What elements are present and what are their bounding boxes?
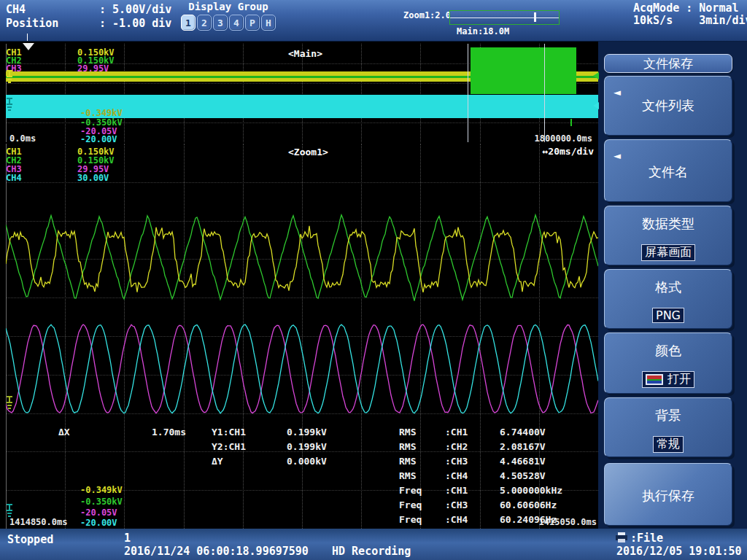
zoom-record-length-label: Zoom1:2.0k [403, 10, 456, 20]
meas-ch: :CH1 [445, 427, 468, 438]
trigger-position-line [27, 34, 28, 41]
ground-marker-ch1-icon [6, 69, 15, 85]
display-group-button-1[interactable]: 1 [181, 15, 196, 31]
channel-name: CH4 [6, 3, 99, 17]
display-group-button-p[interactable]: P [245, 15, 260, 31]
status-bar: Stopped 1 2016/11/24 06:00:18.99697590 H… [0, 529, 747, 560]
data-type-value: 屏幕画面 [641, 244, 695, 261]
file-name-button[interactable]: ◄ 文件名 [604, 139, 732, 202]
record-timestamp: 2016/11/24 06:00:18.99697590 [124, 545, 309, 558]
y1-value: 0.199kV [287, 427, 327, 438]
meas-ch: :CH1 [445, 485, 468, 496]
display-group-buttons: 1 2 3 4 P H [174, 15, 283, 31]
delta-y-value: 0.000kV [287, 456, 327, 467]
meas-ch: :CH4 [445, 514, 468, 525]
main-ch1-low: -0.349kV [80, 108, 123, 118]
channel-settings-readout: CH4: 5.00V/div Position: -1.00 div [6, 3, 171, 31]
meas-ch: :CH3 [445, 499, 468, 510]
ch2-spike-tick [570, 119, 572, 126]
meas-value: 5.000000kHz [500, 485, 562, 496]
meas-value: 4.50528V [500, 470, 546, 481]
oscilloscope-screen: CH4: 5.00V/div Position: -1.00 div Displ… [0, 0, 747, 560]
zoom-position-marker[interactable] [534, 12, 536, 22]
main-record-length-label: Main:18.0M [457, 26, 509, 36]
left-arrow-icon: ◄ [614, 87, 621, 98]
color-value: 打开 [667, 372, 691, 387]
zoom-ch4-low: -20.00V [80, 518, 117, 528]
display-group-button-2[interactable]: 2 [197, 15, 212, 31]
meas-ch: :CH2 [445, 441, 468, 452]
acq-mode: AcqMode : Normal [633, 1, 739, 15]
meas-func: Freq [399, 485, 422, 496]
delta-y-label: ΔY [212, 456, 223, 467]
y1-label: Y1:CH1 [212, 427, 246, 438]
meas-ch: :CH3 [445, 456, 468, 467]
meas-func: RMS [399, 427, 416, 438]
data-type-label: 数据类型 [605, 215, 732, 233]
zoom-window-title: <Zoom1> [288, 147, 328, 158]
system-datetime: 2016/12/05 19:01:50 [616, 545, 742, 558]
acquisition-readout: AcqMode : Normal 10kS/s 3min/div [633, 2, 747, 27]
zoom-bar-track [450, 18, 559, 18]
meas-value: 60.60606Hz [500, 499, 557, 510]
main-cursor-left[interactable] [468, 44, 468, 142]
format-button[interactable]: 格式 PNG [604, 269, 732, 329]
channel-scale: : 5.00V/div [99, 3, 171, 16]
delta-x-value: 1.70ms [152, 427, 186, 438]
zoom-waveform-window: <Zoom1> ↔20ms/div CH10.150kV CH20.150kV … [6, 144, 598, 529]
background-value: 常规 [653, 436, 684, 453]
main-end-time: 1800000.0ms [535, 133, 592, 144]
display-group-button-h[interactable]: H [261, 15, 276, 31]
zoom-position-bar[interactable] [449, 10, 560, 25]
meas-func: RMS [399, 441, 416, 452]
y2-label: Y2:CH1 [212, 441, 246, 452]
trigger-marker-icon[interactable] [22, 42, 35, 51]
waveform-ch4 [6, 324, 598, 413]
color-label: 颜色 [605, 342, 732, 359]
display-group-button-3[interactable]: 3 [213, 15, 228, 31]
main-cursor-right[interactable] [544, 44, 545, 142]
waveform-ch1 [6, 226, 598, 292]
background-label: 背景 [605, 407, 732, 424]
display-group-button-4[interactable]: 4 [229, 15, 244, 31]
position-label: Position [6, 17, 99, 31]
record-number: 1 [124, 532, 131, 545]
background-button[interactable]: 背景 常规 [604, 397, 732, 457]
position-value: : -1.00 div [99, 17, 171, 30]
meas-value: 60.24096Hz [500, 514, 557, 525]
format-value: PNG [652, 308, 684, 323]
meas-func: RMS [399, 470, 416, 481]
meas-value: 4.46681V [500, 456, 546, 467]
meas-value: 6.74400V [500, 427, 546, 438]
meas-value: 2.08167V [500, 441, 546, 452]
color-display-icon [646, 374, 663, 385]
ch2-level-marker-icon [593, 72, 599, 79]
y2-value: 0.199kV [287, 441, 327, 452]
data-type-button[interactable]: 数据类型 屏幕画面 [604, 206, 732, 265]
file-list-button[interactable]: ◄ 文件列表 [604, 76, 732, 136]
printer-icon [615, 532, 628, 542]
color-button[interactable]: 颜色 打开 [604, 332, 732, 394]
color-value-box: 打开 [642, 371, 694, 388]
zoom-timebase: ↔20ms/div [543, 146, 594, 157]
file-list-label: 文件列表 [605, 97, 732, 114]
sidebar-menu: 文件保存 ◄ 文件列表 ◄ 文件名 数据类型 屏幕画面 格式 PNG 颜色 打开… [598, 42, 747, 529]
zoom-ch1-low: -0.349kV [80, 485, 123, 495]
display-group-label: Display Group [174, 1, 283, 12]
left-arrow-icon: ◄ [614, 150, 621, 161]
waveform-ch3 [6, 324, 598, 413]
top-header: CH4: 5.00V/div Position: -1.00 div Displ… [0, 0, 747, 42]
acq-rate-timebase: 10kS/s 3min/div [633, 14, 747, 27]
main-ch4-low: -20.00V [80, 134, 117, 144]
execute-save-button[interactable]: 执行保存 [604, 463, 732, 526]
meas-func: Freq [399, 514, 422, 525]
ch4-level-marker-icon [593, 102, 599, 109]
main-window-title: <Main> [288, 48, 322, 59]
ground-marker-ch1ch2-icon [6, 394, 15, 411]
ch2-burst-block [471, 47, 576, 94]
meas-ch: :CH4 [445, 470, 468, 481]
display-group: Display Group 1 2 3 4 P H [174, 1, 283, 31]
main-waveform-window: <Main> CH10.150kV CH20.150kV CH329.95V C… [6, 44, 598, 142]
delta-x-label: ΔX [58, 427, 70, 438]
recording-status: HD Recording [332, 545, 411, 558]
